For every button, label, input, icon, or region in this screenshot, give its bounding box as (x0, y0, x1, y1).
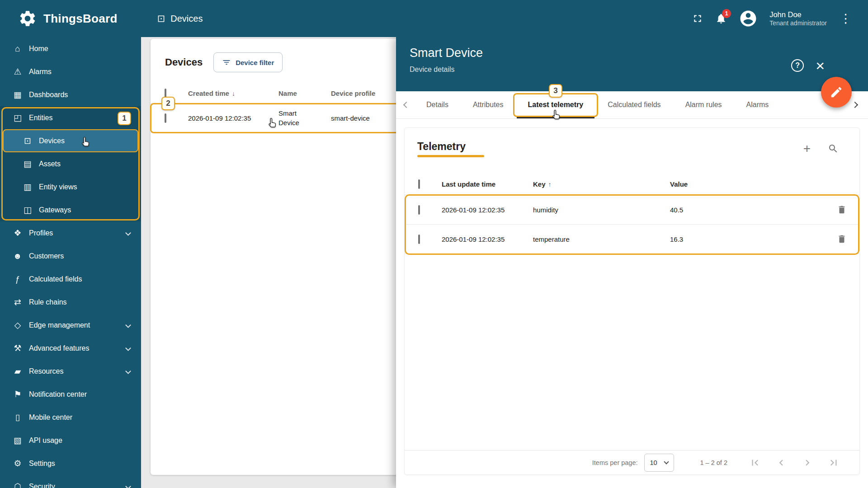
sidebar-label: Resources (29, 367, 63, 375)
sidebar-item-assets[interactable]: ▤ Assets (0, 152, 141, 175)
device-filter-label: Device filter (236, 59, 274, 66)
entities-group: ◰ Entities ⊡ Devices ▤ Assets ▥ Entity v… (0, 106, 141, 221)
row-checkbox[interactable] (165, 113, 166, 123)
sidebar-label: Notification center (29, 390, 87, 399)
main-content: Devices Device filter Created time↓ Name… (141, 37, 868, 488)
sidebar-item-mobile-center[interactable]: ▯ Mobile center (0, 406, 141, 429)
sidebar-item-notification-center[interactable]: ⚑ Notification center (0, 383, 141, 406)
sidebar-label: Home (29, 45, 48, 53)
sidebar-item-security[interactable]: ☖ Security (0, 475, 141, 488)
assets-icon: ▤ (22, 159, 33, 169)
tab-label: Details (426, 101, 448, 109)
next-page-icon[interactable] (802, 457, 813, 469)
tab-label: Alarms (746, 101, 769, 109)
chevron-down-icon (125, 322, 131, 328)
sidebar-item-dashboards[interactable]: ▦ Dashboards (0, 83, 141, 106)
user-avatar[interactable] (739, 9, 758, 28)
column-name[interactable]: Name (278, 89, 331, 97)
chevron-right-icon (852, 102, 858, 108)
user-info[interactable]: John Doe Tenant administrator (769, 10, 827, 27)
entities-icon: ◰ (12, 113, 24, 123)
sort-asc-icon: ↑ (548, 181, 552, 188)
sidebar-item-rule-chains[interactable]: ⇄ Rule chains (0, 291, 141, 314)
sidebar-item-customers[interactable]: ☻ Customers (0, 244, 141, 267)
edit-device-fab[interactable] (821, 77, 852, 108)
cell-value: 16.3 (670, 235, 829, 243)
column-created-time[interactable]: Created time↓ (188, 89, 278, 97)
home-icon: ⌂ (12, 44, 24, 54)
sidebar-item-entity-views[interactable]: ▥ Entity views (0, 175, 141, 198)
sidebar-item-edge-management[interactable]: ◇ Edge management (0, 314, 141, 337)
cell-name: Smart Device (278, 109, 331, 127)
sidebar-item-home[interactable]: ⌂ Home (0, 37, 141, 60)
sidebar: ⌂ Home ⚠ Alarms ▦ Dashboards ◰ Entities … (0, 37, 141, 488)
drawer-title: Smart Device (410, 46, 809, 60)
help-icon[interactable]: ? (791, 59, 804, 72)
row-checkbox[interactable] (418, 205, 420, 215)
telemetry-rows: 2026-01-09 12:02:35 humidity 40.5 2026-0… (405, 195, 859, 254)
sidebar-item-alarms[interactable]: ⚠ Alarms (0, 60, 141, 83)
column-last-update-time[interactable]: Last update time (442, 180, 533, 188)
profiles-icon: ❖ (12, 228, 24, 238)
drawer-header: Smart Device Device details ? × (396, 37, 868, 91)
cell-key: humidity (533, 206, 670, 214)
tab-alarms[interactable]: Alarms (734, 91, 781, 118)
close-icon[interactable]: × (816, 58, 825, 73)
column-key[interactable]: Key↑ (533, 180, 670, 188)
flag-icon: ⚑ (12, 389, 24, 399)
function-icon: ƒ (12, 274, 24, 284)
telemetry-row-humidity[interactable]: 2026-01-09 12:02:35 humidity 40.5 (405, 195, 859, 225)
page-size-select[interactable]: 10 (644, 454, 674, 472)
chevron-down-icon (125, 230, 131, 236)
delete-telemetry-icon[interactable] (829, 205, 847, 215)
device-filter-button[interactable]: Device filter (213, 52, 283, 72)
last-page-icon[interactable] (828, 457, 840, 469)
tab-latest-telemetry[interactable]: Latest telemetry 3 (516, 91, 596, 118)
devices-icon: ⊡ (22, 136, 33, 146)
fullscreen-icon[interactable] (692, 13, 703, 24)
kebab-menu-icon[interactable]: ⋮ (839, 11, 853, 26)
notifications-bell-icon[interactable]: 1 (715, 13, 727, 24)
tabs-scroll-left-button[interactable] (399, 91, 414, 118)
chevron-down-icon (664, 459, 669, 464)
sidebar-item-settings[interactable]: ⚙ Settings (0, 452, 141, 475)
tab-alarm-rules[interactable]: Alarm rules (673, 91, 734, 118)
column-value[interactable]: Value (670, 180, 829, 188)
entity-views-icon: ▥ (22, 182, 33, 192)
select-all-checkbox[interactable] (418, 179, 420, 189)
sidebar-item-gateways[interactable]: ◫ Gateways (0, 198, 141, 221)
tab-calculated-fields[interactable]: Calculated fields (595, 91, 673, 118)
cell-last-update-time: 2026-01-09 12:02:35 (442, 206, 533, 214)
dashboard-icon: ▦ (12, 89, 24, 100)
add-telemetry-icon[interactable]: + (803, 142, 811, 155)
tab-details[interactable]: Details (414, 91, 461, 118)
sidebar-label: Calculated fields (29, 275, 82, 283)
sidebar-item-api-usage[interactable]: ▧ API usage (0, 429, 141, 452)
sidebar-label: Entity views (39, 183, 77, 191)
sidebar-label: Settings (29, 460, 55, 468)
thingsboard-logo[interactable]: ThingsBoard (18, 9, 118, 28)
breadcrumb[interactable]: ⊡ Devices (157, 13, 203, 24)
sidebar-item-resources[interactable]: ▰ Resources (0, 360, 141, 383)
sidebar-item-devices[interactable]: ⊡ Devices (3, 129, 138, 152)
chevron-down-icon (125, 483, 131, 488)
settings-gear-icon: ⚙ (12, 458, 24, 469)
annotation-step2-badge: 2 (161, 97, 175, 110)
tab-attributes[interactable]: Attributes (461, 91, 516, 118)
devices-page-title: Devices (165, 56, 203, 68)
previous-page-icon[interactable] (775, 457, 787, 469)
telemetry-row-temperature[interactable]: 2026-01-09 12:02:35 temperature 16.3 (405, 225, 859, 254)
cell-key: temperature (533, 235, 670, 243)
breadcrumb-label: Devices (170, 14, 203, 24)
edge-icon: ◇ (12, 320, 24, 330)
sidebar-item-advanced-features[interactable]: ⚒ Advanced features (0, 337, 141, 360)
sidebar-item-profiles[interactable]: ❖ Profiles (0, 221, 141, 244)
sidebar-item-calculated-fields[interactable]: ƒ Calculated fields (0, 267, 141, 291)
annotation-step1-badge: 1 (118, 112, 131, 125)
delete-telemetry-icon[interactable] (829, 234, 847, 244)
search-icon[interactable] (828, 143, 839, 154)
first-page-icon[interactable] (749, 457, 761, 469)
row-checkbox[interactable] (418, 235, 420, 244)
drawer-tab-bar: Details Attributes Latest telemetry 3 Ca… (396, 91, 868, 119)
user-name: John Doe (769, 10, 827, 19)
